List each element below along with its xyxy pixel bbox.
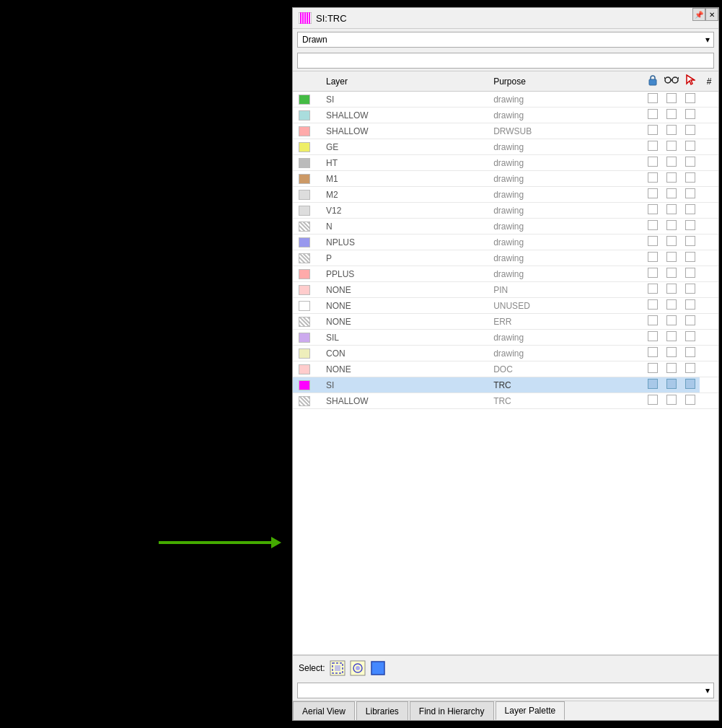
checkbox-cell-0[interactable]: [643, 282, 662, 298]
bottom-dropdown[interactable]: [297, 683, 714, 698]
checkbox-cell-0[interactable]: [643, 123, 662, 139]
checkbox-cell-1[interactable]: [662, 314, 681, 330]
pin-button[interactable]: 📌: [692, 8, 705, 21]
checkbox-cell-2[interactable]: [681, 203, 700, 219]
table-row[interactable]: SHALLOWTRC: [293, 393, 718, 409]
checkbox-cell-2[interactable]: [681, 377, 700, 393]
checkbox-cell-2[interactable]: [681, 314, 700, 330]
checkbox-cell-2[interactable]: [681, 250, 700, 266]
checkbox-cell-1[interactable]: [662, 393, 681, 409]
table-row[interactable]: PPLUSdrawing: [293, 266, 718, 282]
table-row[interactable]: Ndrawing: [293, 219, 718, 234]
checkbox-cell-2[interactable]: [681, 155, 700, 171]
checkbox-cell-1[interactable]: [662, 92, 681, 108]
checkbox-cell-0[interactable]: [643, 250, 662, 266]
close-button[interactable]: ✕: [705, 8, 718, 21]
tab-libraries[interactable]: Libraries: [356, 701, 408, 720]
checkbox-cell-1[interactable]: [662, 330, 681, 346]
checkbox-cell-2[interactable]: [681, 282, 700, 298]
checkbox-cell-0[interactable]: [643, 346, 662, 361]
table-row[interactable]: CONdrawing: [293, 346, 718, 361]
tab-layer-palette[interactable]: Layer Palette: [496, 701, 565, 720]
checkbox-cell-1[interactable]: [662, 203, 681, 219]
checkbox-cell-1[interactable]: [662, 298, 681, 314]
checkbox-cell-0[interactable]: [643, 314, 662, 330]
checkbox-cell-1[interactable]: [662, 234, 681, 250]
checkbox-cell-1[interactable]: [662, 108, 681, 123]
layer-name-header[interactable]: Layer: [322, 71, 489, 92]
table-row[interactable]: NONEPIN: [293, 282, 718, 298]
checkbox-cell-2[interactable]: [681, 92, 700, 108]
checkbox-cell-0[interactable]: [643, 377, 662, 393]
checkbox-cell-0[interactable]: [643, 330, 662, 346]
checkbox-cell-2[interactable]: [681, 298, 700, 314]
search-input[interactable]: [297, 53, 714, 69]
checkbox-cell-1[interactable]: [662, 346, 681, 361]
table-row[interactable]: NONEERR: [293, 314, 718, 330]
table-row[interactable]: SHALLOWDRWSUB: [293, 123, 718, 139]
checkbox-cell-0[interactable]: [643, 203, 662, 219]
checkbox-cell-2[interactable]: [681, 187, 700, 203]
table-row[interactable]: HTdrawing: [293, 155, 718, 171]
table-row[interactable]: NONEDOC: [293, 361, 718, 377]
checkbox-cell-0[interactable]: [643, 393, 662, 409]
checkbox-cell-0[interactable]: [643, 187, 662, 203]
filter-dropdown[interactable]: Drawn All None: [297, 32, 714, 48]
checkbox-cell-2[interactable]: [681, 330, 700, 346]
checkbox-cell-1[interactable]: [662, 155, 681, 171]
checkbox-cell-0[interactable]: [643, 361, 662, 377]
checkbox-cell-0[interactable]: [643, 155, 662, 171]
checkbox-cell-0[interactable]: [643, 171, 662, 187]
checkbox-cell-1[interactable]: [662, 139, 681, 155]
checkbox-cell-1[interactable]: [662, 171, 681, 187]
table-row[interactable]: NPLUSdrawing: [293, 234, 718, 250]
select-cell-icon[interactable]: [350, 660, 366, 676]
table-row[interactable]: SITRC: [293, 377, 718, 393]
layer-table-area[interactable]: Layer Purpose: [293, 71, 718, 655]
table-row[interactable]: V12drawing: [293, 203, 718, 219]
checkbox-cell-1[interactable]: [662, 377, 681, 393]
checkbox-cell-0[interactable]: [643, 219, 662, 234]
checkbox: [648, 125, 658, 135]
checkbox-cell-1[interactable]: [662, 187, 681, 203]
table-row[interactable]: SIdrawing: [293, 92, 718, 108]
table-row[interactable]: NONEUNUSED: [293, 298, 718, 314]
checkbox-cell-2[interactable]: [681, 346, 700, 361]
checkbox-cell-2[interactable]: [681, 361, 700, 377]
checkbox-cell-1[interactable]: [662, 250, 681, 266]
checkbox-cell-0[interactable]: [643, 139, 662, 155]
table-row[interactable]: Pdrawing: [293, 250, 718, 266]
checkbox-cell-1[interactable]: [662, 219, 681, 234]
checkbox-cell-2[interactable]: [681, 108, 700, 123]
table-row[interactable]: GEdrawing: [293, 139, 718, 155]
checkbox-cell-1[interactable]: [662, 361, 681, 377]
checkbox-cell-1[interactable]: [662, 282, 681, 298]
checkbox-cell-0[interactable]: [643, 92, 662, 108]
checkbox-cell-2[interactable]: [681, 234, 700, 250]
table-row[interactable]: M1drawing: [293, 171, 718, 187]
checkbox-cell-2[interactable]: [681, 171, 700, 187]
tab-aerial-view[interactable]: Aerial View: [293, 701, 355, 720]
select-layers-icon[interactable]: [330, 660, 345, 676]
purpose-header[interactable]: Purpose: [489, 71, 643, 92]
checkbox-cell-1[interactable]: [662, 123, 681, 139]
select-square-svg: [370, 660, 386, 676]
table-row[interactable]: SILdrawing: [293, 330, 718, 346]
checkbox-cell-2[interactable]: [681, 219, 700, 234]
purpose-cell: drawing: [489, 346, 643, 361]
checkbox-cell-2[interactable]: [681, 139, 700, 155]
checkbox-cell-0[interactable]: [643, 298, 662, 314]
select-square-icon[interactable]: [370, 660, 386, 676]
lock-header: [643, 71, 662, 92]
checkbox-cell-2[interactable]: [681, 123, 700, 139]
checkbox-cell-1[interactable]: [662, 266, 681, 282]
checkbox-cell-0[interactable]: [643, 108, 662, 123]
tab-find-in-hierarchy[interactable]: Find in Hierarchy: [410, 701, 494, 720]
checkbox-cell-0[interactable]: [643, 234, 662, 250]
color-swatch: [299, 206, 310, 216]
table-row[interactable]: M2drawing: [293, 187, 718, 203]
checkbox-cell-0[interactable]: [643, 266, 662, 282]
checkbox-cell-2[interactable]: [681, 393, 700, 409]
table-row[interactable]: SHALLOWdrawing: [293, 108, 718, 123]
checkbox-cell-2[interactable]: [681, 266, 700, 282]
